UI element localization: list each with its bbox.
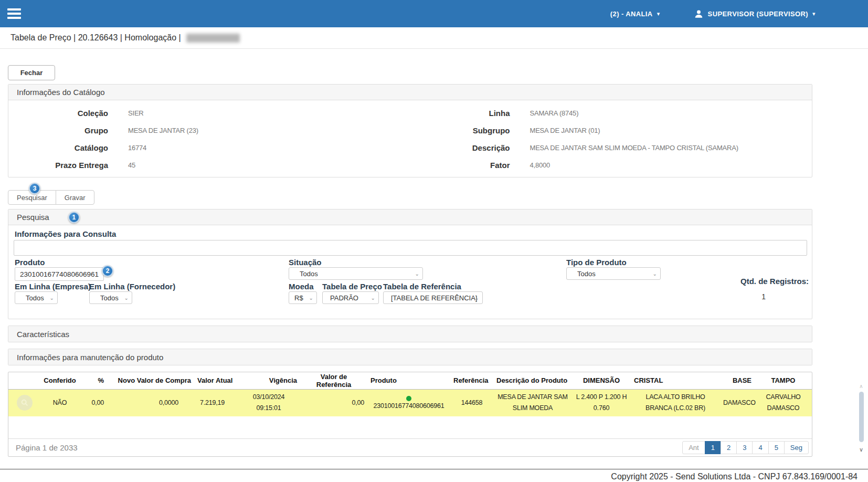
gravar-button[interactable]: Gravar [56,190,94,205]
column-conferido: Conferido [36,372,84,389]
annotation-step-3: 3 [29,183,40,194]
cell-actions [8,389,36,416]
column-vigencia: Vigência [237,372,300,389]
cell-conferido: NÃO [36,389,84,416]
breadcrumb-bar: Tabela de Preço | 20.126643 | Homologaçã… [0,27,868,49]
consulta-input[interactable] [14,240,807,256]
field-value: MESA DE JANTAR (01) [530,127,812,134]
field-label: Grupo [8,126,108,135]
field-label: Descrição [410,143,510,152]
qtd-registros-label: Qtd. de Registros: [740,277,809,286]
chevron-down-icon: ⌄ [309,295,313,301]
moeda-label: Moeda [289,282,314,291]
company-selector[interactable]: (2) - ANALIA ▾ [610,10,660,18]
vigencia-data: 03/10/2024 [240,392,297,403]
user-menu[interactable]: SUPERVISOR (SUPERVISOR) ▾ [694,9,816,19]
tabela-preco-select[interactable]: PADRÃO ⌄ [322,291,379,304]
tipo-produto-select[interactable]: Todos ⌄ [566,267,661,280]
chevron-down-icon: ⌄ [50,295,54,301]
field-grupo: Grupo MESA DE JANTAR (23) [8,122,410,139]
tabela-preco-select-value: PADRÃO [330,294,358,302]
chevron-down-icon: ⌄ [475,295,479,301]
pagination: Ant 1 2 3 4 5 Seg [683,441,809,454]
field-catalogo: Catálogo 16774 [8,139,410,156]
field-value: SIER [128,109,410,117]
column-valor-atual: Valor Atual [194,372,237,389]
scrollbar-thumb[interactable] [859,392,864,442]
caracteristicas-panel: Características [8,326,812,342]
chevron-down-icon: ⌄ [653,271,657,277]
page: (2) - ANALIA ▾ SUPERVISOR (SUPERVISOR) ▾… [0,0,868,482]
field-label: Coleção [8,109,108,118]
em-linha-fornecedor-select[interactable]: Todos ⌄ [89,291,132,304]
situacao-select[interactable]: Todos ⌄ [289,267,423,280]
chevron-down-icon: ⌄ [371,295,375,301]
tabela-referencia-select-value: [TABELA DE REFERÊNCIA] [391,294,477,302]
catalog-panel: Informações do Catálogo Coleção SIER Gru… [8,84,812,177]
user-icon [694,9,704,19]
produto-input[interactable] [15,267,104,281]
copyright-text: Copyright 2025 - Send Solutions Ltda - C… [611,472,858,481]
field-value: 16774 [128,144,410,152]
situacao-select-value: Todos [300,270,318,278]
chevron-down-icon: ▾ [657,11,660,17]
main-content: Fechar Informações do Catálogo Coleção S… [8,49,812,457]
row-search-button[interactable] [17,395,33,411]
pagination-prev-button[interactable]: Ant [682,441,705,454]
em-linha-empresa-select-value: Todos [26,294,44,302]
em-linha-empresa-select[interactable]: Todos ⌄ [15,291,58,304]
table-row[interactable]: NÃO 0,00 0,0000 7.219,19 03/10/2024 09:1… [8,389,812,416]
results-footer: Página 1 de 2033 Ant 1 2 3 4 5 Seg [8,438,812,456]
scroll-down-icon[interactable]: ∨ [858,446,865,453]
cell-novo-valor-compra: 0,0000 [107,389,194,416]
scroll-up-icon[interactable]: ∧ [858,383,865,390]
manutencao-panel: Informações para manutenção do produto [8,349,812,365]
pagination-page-1[interactable]: 1 [705,441,721,454]
column-tampo: TAMPO [755,372,812,389]
cell-cristal: LACA ALTO BRILHO BRANCA (LC.02 BR) [631,389,720,416]
breadcrumb: Tabela de Preço | 20.126643 | Homologaçã… [10,33,181,43]
pagination-page-3[interactable]: 3 [736,441,753,454]
pagination-page-2[interactable]: 2 [721,441,737,454]
field-value: 45 [128,161,410,169]
field-linha: Linha SAMARA (8745) [410,104,812,122]
cell-tampo: CARVALHO DAMASCO [755,389,812,416]
vigencia-hora: 09:15:01 [240,403,297,414]
tabela-referencia-select[interactable]: [TABELA DE REFERÊNCIA] ⌄ [383,291,483,304]
cell-produto: 23010016774080606961 [367,389,450,416]
catalog-fields: Coleção SIER Grupo MESA DE JANTAR (23) C… [8,100,812,177]
field-label: Catálogo [8,143,108,152]
chevron-down-icon: ⌄ [124,295,129,301]
fechar-button[interactable]: Fechar [8,65,55,80]
catalog-panel-header: Informações do Catálogo [8,85,812,100]
vertical-scrollbar[interactable]: ∧ ∨ [858,383,865,459]
results-table: Conferido % Novo Valor de Compra Valor A… [8,372,812,416]
pagination-next-button[interactable]: Seg [784,441,809,454]
moeda-select[interactable]: R$ ⌄ [289,291,317,304]
situacao-label: Situação [289,258,322,267]
field-label: Fator [410,161,510,170]
page-info: Página 1 de 2033 [16,443,78,452]
field-fator: Fator 4,8000 [410,156,812,174]
magnifier-icon [20,399,29,407]
action-button-group: Pesquisar Gravar [8,190,94,205]
column-dimensao: DIMENSÃO [572,372,631,389]
column-produto: Produto [367,372,450,389]
search-panel-header: Pesquisa 1 [8,209,812,225]
pagination-page-4[interactable]: 4 [752,441,768,454]
column-referencia: Referência [450,372,493,389]
column-valor-referencia: Valor de Referência [300,372,367,389]
pagination-page-5[interactable]: 5 [768,441,785,454]
hamburger-menu-icon[interactable] [7,6,23,21]
company-selector-label: (2) - ANALIA [610,10,653,18]
field-label: Linha [410,109,510,118]
redacted-text [186,34,240,43]
column-cristal: CRISTAL [631,372,720,389]
cell-base: DAMASCO [720,389,755,416]
status-dot-icon [406,396,411,401]
field-subgrupo: Subgrupo MESA DE JANTAR (01) [410,122,812,139]
cell-descricao: MESA DE JANTAR SAM SLIM MOEDA [493,389,572,416]
caracteristicas-panel-header[interactable]: Características [8,326,812,342]
cell-valor-atual: 7.219,19 [194,389,237,416]
search-form: Informações para Consulta Produto 2 Situ… [8,225,812,319]
